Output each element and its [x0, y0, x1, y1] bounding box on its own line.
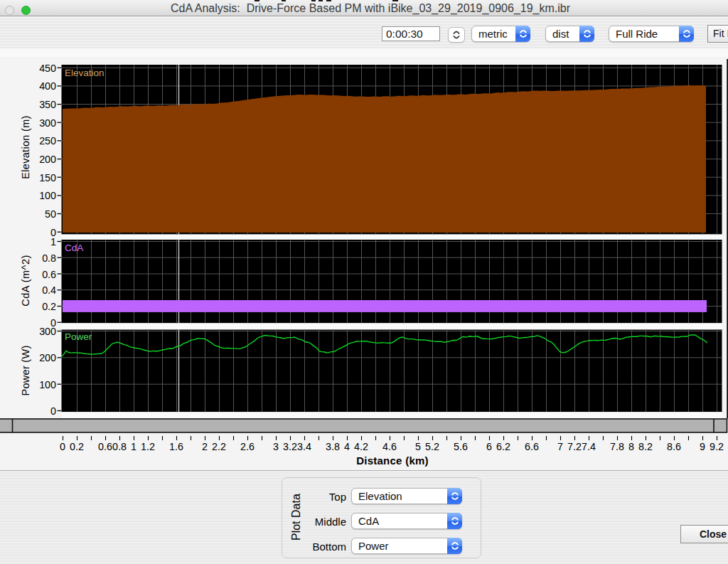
svg-text:2: 2 [202, 441, 208, 452]
svg-text:3: 3 [273, 441, 279, 452]
svg-text:400: 400 [39, 80, 56, 92]
svg-text:1: 1 [50, 236, 56, 248]
svg-text:Distance (km): Distance (km) [356, 454, 429, 467]
svg-text:Power: Power [65, 331, 92, 342]
svg-text:6.2: 6.2 [496, 441, 510, 452]
svg-text:200: 200 [39, 352, 56, 363]
svg-text:6.6: 6.6 [525, 441, 539, 452]
svg-text:0.6: 0.6 [98, 441, 112, 452]
svg-text:0.8: 0.8 [112, 441, 127, 452]
svg-text:100: 100 [39, 379, 56, 390]
svg-text:300: 300 [39, 117, 56, 129]
svg-text:7.2: 7.2 [567, 441, 582, 452]
svg-text:2.6: 2.6 [240, 441, 255, 452]
svg-text:1.2: 1.2 [141, 441, 155, 452]
svg-text:4: 4 [344, 441, 350, 452]
svg-text:2.2: 2.2 [212, 441, 226, 452]
svg-text:3.4: 3.4 [297, 441, 311, 452]
svg-text:7: 7 [557, 441, 563, 452]
svg-text:8.6: 8.6 [667, 441, 681, 452]
svg-text:Elevation (m): Elevation (m) [20, 115, 31, 179]
svg-text:450: 450 [39, 63, 56, 74]
svg-text:Power (W): Power (W) [20, 345, 31, 395]
svg-text:0.8: 0.8 [42, 252, 56, 264]
svg-text:4.2: 4.2 [354, 441, 368, 452]
svg-text:3.8: 3.8 [326, 441, 340, 452]
svg-text:3.2: 3.2 [283, 441, 297, 452]
svg-text:9.2: 9.2 [710, 441, 724, 452]
svg-text:7.8: 7.8 [610, 441, 624, 452]
svg-text:0.6: 0.6 [42, 269, 56, 280]
svg-text:4.6: 4.6 [382, 441, 397, 452]
svg-text:0.4: 0.4 [42, 284, 56, 296]
svg-text:8: 8 [628, 441, 634, 452]
svg-text:250: 250 [39, 135, 56, 147]
svg-text:Elevation: Elevation [65, 68, 105, 78]
svg-text:150: 150 [39, 172, 56, 183]
svg-text:300: 300 [39, 326, 56, 337]
svg-text:0: 0 [60, 441, 65, 452]
svg-text:0.2: 0.2 [70, 441, 84, 452]
svg-text:0.2: 0.2 [42, 301, 56, 312]
svg-text:CdA (m^2): CdA (m^2) [20, 255, 31, 307]
svg-text:1.6: 1.6 [169, 441, 183, 452]
svg-text:6: 6 [486, 441, 492, 452]
svg-text:0: 0 [50, 405, 56, 417]
svg-text:8.2: 8.2 [638, 441, 653, 452]
svg-text:5.2: 5.2 [425, 441, 439, 452]
svg-text:CdA: CdA [65, 243, 83, 253]
svg-text:5: 5 [415, 441, 421, 452]
svg-text:7.4: 7.4 [582, 441, 596, 452]
svg-text:350: 350 [39, 99, 56, 110]
svg-text:50: 50 [45, 208, 56, 220]
svg-text:1: 1 [131, 441, 136, 452]
svg-text:9: 9 [700, 441, 705, 452]
svg-text:100: 100 [39, 190, 56, 201]
svg-text:200: 200 [39, 154, 56, 165]
svg-text:5.6: 5.6 [454, 441, 468, 452]
